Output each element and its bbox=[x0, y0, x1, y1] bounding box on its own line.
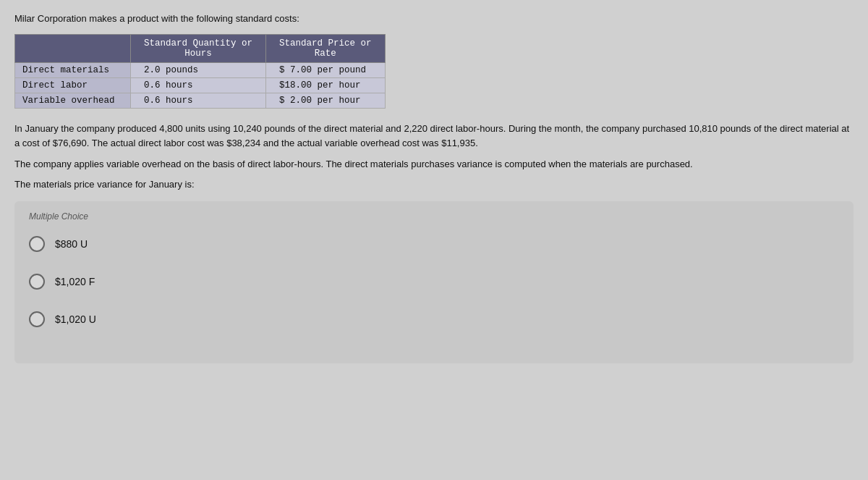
radio-button[interactable] bbox=[29, 236, 45, 252]
row-label: Variable overhead bbox=[15, 93, 131, 109]
paragraph2: The company applies variable overhead on… bbox=[14, 157, 854, 172]
radio-button[interactable] bbox=[29, 274, 45, 290]
row-price: $ 7.00 per pound bbox=[266, 63, 386, 78]
choice-item[interactable]: $1,020 F bbox=[29, 274, 839, 290]
row-qty: 2.0 pounds bbox=[131, 63, 266, 78]
row-price: $ 2.00 per hour bbox=[266, 93, 386, 109]
radio-button[interactable] bbox=[29, 311, 45, 327]
header-price: Standard Price or Rate bbox=[266, 35, 386, 63]
choice-label: $880 U bbox=[55, 238, 88, 250]
table-row: Direct labor0.6 hours$18.00 per hour bbox=[15, 78, 386, 93]
intro-text: Milar Corporation makes a product with t… bbox=[14, 13, 854, 24]
choices-container: $880 U$1,020 F$1,020 U bbox=[29, 236, 839, 327]
multiple-choice-label: Multiple Choice bbox=[29, 211, 839, 222]
question-text: The materials price variance for January… bbox=[14, 179, 854, 190]
choice-label: $1,020 F bbox=[55, 276, 95, 287]
header-qty: Standard Quantity or Hours bbox=[131, 35, 266, 63]
choice-item[interactable]: $880 U bbox=[29, 236, 839, 252]
row-qty: 0.6 hours bbox=[131, 93, 266, 109]
paragraph1: In January the company produced 4,800 un… bbox=[14, 122, 854, 150]
choice-item[interactable]: $1,020 U bbox=[29, 311, 839, 327]
empty-header bbox=[15, 35, 131, 63]
row-label: Direct materials bbox=[15, 63, 131, 78]
choice-label: $1,020 U bbox=[55, 313, 96, 325]
row-price: $18.00 per hour bbox=[266, 78, 386, 93]
table-row: Variable overhead0.6 hours$ 2.00 per hou… bbox=[15, 93, 386, 109]
row-qty: 0.6 hours bbox=[131, 78, 266, 93]
page-container: Milar Corporation makes a product with t… bbox=[0, 0, 868, 480]
row-label: Direct labor bbox=[15, 78, 131, 93]
table-row: Direct materials2.0 pounds$ 7.00 per pou… bbox=[15, 63, 386, 78]
multiple-choice-section: Multiple Choice $880 U$1,020 F$1,020 U bbox=[14, 201, 854, 363]
cost-table: Standard Quantity or Hours Standard Pric… bbox=[14, 34, 386, 109]
